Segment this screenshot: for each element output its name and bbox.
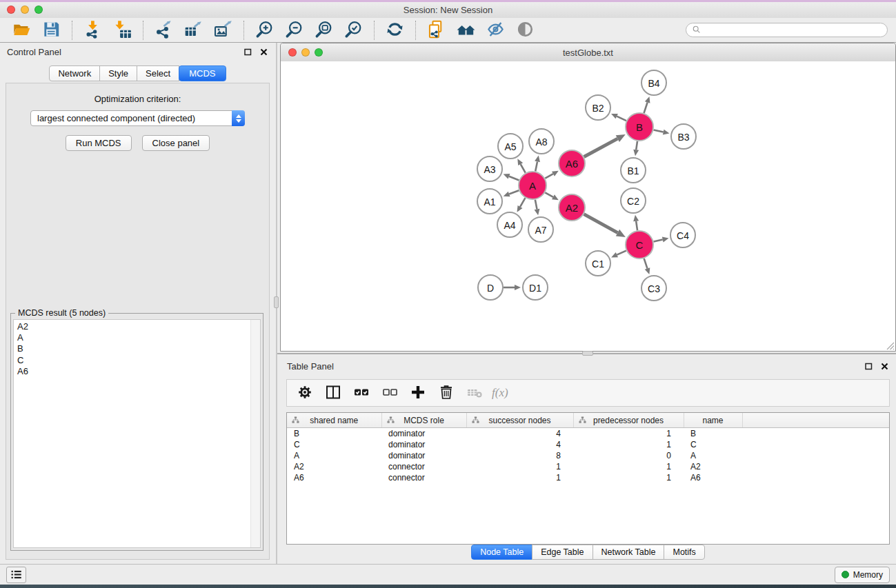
toggle-graphics-details-button[interactable]	[484, 19, 507, 41]
save-session-button[interactable]	[40, 19, 63, 41]
cell-shared-name[interactable]: A2	[287, 461, 381, 472]
export-table-button[interactable]	[182, 19, 205, 41]
close-table-panel-icon[interactable]	[880, 362, 889, 371]
graph-node-A1[interactable]: A1	[477, 189, 502, 214]
graph-edge-A-A5[interactable]	[517, 159, 525, 172]
scrollbar-track[interactable]	[250, 320, 260, 547]
cell-shared-name[interactable]: A	[287, 450, 381, 461]
graph-node-B2[interactable]: B2	[586, 95, 610, 120]
minimize-window-button[interactable]	[21, 6, 29, 14]
reset-view-button[interactable]	[455, 19, 477, 41]
search-box[interactable]	[686, 23, 888, 37]
tab-network[interactable]: Network	[49, 65, 100, 81]
run-mcds-button[interactable]: Run MCDS	[66, 135, 132, 151]
tab-style[interactable]: Style	[99, 65, 137, 81]
create-column-button[interactable]	[406, 382, 430, 404]
mcds-result-item[interactable]: A6	[17, 366, 257, 377]
titlebar[interactable]: Session: New Session	[0, 2, 896, 19]
unselect-all-columns-button[interactable]	[378, 382, 401, 404]
cell-shared-name[interactable]: A6	[287, 472, 381, 483]
graph-edge-A-A2[interactable]	[545, 192, 559, 200]
cell-mcds-role[interactable]: dominator	[381, 428, 466, 440]
table-row[interactable]: Adominator80A	[287, 450, 889, 461]
graph-node-B3[interactable]: B3	[671, 124, 696, 149]
cell-name[interactable]: C	[684, 439, 742, 450]
table-row[interactable]: Cdominator41C	[287, 439, 889, 450]
graph-node-A7[interactable]: A7	[528, 217, 553, 242]
graph-edge-C-C4[interactable]	[653, 237, 668, 243]
graph-edge-A-A4[interactable]	[517, 198, 526, 212]
graph-node-A2[interactable]: A2	[559, 194, 585, 221]
cell-predecessor-nodes[interactable]: 1	[573, 439, 684, 450]
graph-edge-A-A3[interactable]	[504, 174, 519, 180]
close-panel-icon[interactable]	[259, 48, 268, 57]
graph-node-A5[interactable]: A5	[498, 134, 523, 159]
export-network-button[interactable]	[152, 19, 175, 41]
graph-edge-C-C1[interactable]	[611, 251, 626, 258]
network-zoom-button[interactable]	[315, 48, 323, 57]
zoom-out-button[interactable]	[283, 19, 306, 41]
cell-name[interactable]: B	[684, 428, 742, 440]
cell-predecessor-nodes[interactable]: 1	[573, 461, 684, 472]
graph-edge-B-B4[interactable]	[644, 97, 650, 113]
graph-node-A[interactable]: A	[519, 172, 546, 199]
mcds-result-item[interactable]: C	[17, 355, 257, 366]
graph-node-C[interactable]: C	[626, 231, 653, 258]
graph-node-A4[interactable]: A4	[497, 212, 522, 237]
birds-eye-view-button[interactable]	[514, 19, 537, 41]
horizontal-split-handle[interactable]	[582, 351, 593, 356]
graph-edge-A6-B[interactable]	[584, 134, 626, 157]
memory-button[interactable]: Memory	[835, 567, 890, 583]
fullscreen-window-button[interactable]	[34, 6, 43, 14]
mcds-result-item[interactable]: B	[17, 343, 257, 354]
cell-predecessor-nodes[interactable]: 0	[573, 450, 684, 461]
graph-edge-B-B1[interactable]	[633, 141, 639, 156]
network-graph[interactable]: B4B2BB3A8A5A6A3B1AA1C2A2A4A7C4CC1C3DD1	[281, 61, 895, 351]
float-panel-icon[interactable]	[243, 48, 252, 57]
float-table-panel-icon[interactable]	[864, 362, 873, 371]
zoom-selected-button[interactable]	[342, 19, 365, 41]
graph-edge-A-A6[interactable]	[545, 171, 559, 179]
network-minimize-button[interactable]	[301, 48, 310, 57]
graph-node-C4[interactable]: C4	[670, 223, 695, 247]
column-header-successor-nodes[interactable]: successor nodes	[466, 413, 573, 428]
graph-node-A6[interactable]: A6	[559, 150, 585, 176]
tab-edge-table[interactable]: Edge Table	[532, 545, 593, 560]
cell-mcds-role[interactable]: connector	[381, 472, 466, 483]
cell-shared-name[interactable]: C	[287, 439, 381, 450]
toggle-panel-layout-button[interactable]	[321, 382, 345, 404]
import-table-button[interactable]	[111, 19, 134, 41]
graph-edge-C-C3[interactable]	[644, 258, 650, 274]
import-network-button[interactable]	[81, 19, 104, 41]
column-header-shared-name[interactable]: shared name	[287, 413, 381, 428]
column-header-mcds-role[interactable]: MCDS role	[381, 413, 466, 428]
cell-successor-nodes[interactable]: 4	[466, 428, 573, 440]
table-row[interactable]: A6connector11A6	[287, 472, 889, 483]
graph-node-B1[interactable]: B1	[621, 158, 646, 183]
column-header-name[interactable]: name	[684, 413, 742, 428]
mcds-result-item[interactable]: A	[17, 332, 257, 343]
cell-successor-nodes[interactable]: 4	[466, 439, 573, 450]
delete-columns-button[interactable]	[435, 382, 458, 404]
cell-successor-nodes[interactable]: 1	[466, 461, 573, 472]
apply-layout-button[interactable]	[384, 19, 406, 41]
vertical-split-handle[interactable]	[274, 296, 279, 308]
resize-grip[interactable]	[884, 340, 895, 350]
tab-node-table[interactable]: Node Table	[471, 545, 532, 560]
optimization-criterion-select[interactable]: largest connected component (directed)	[30, 110, 245, 126]
graph-node-B[interactable]: B	[626, 113, 653, 141]
network-canvas[interactable]: B4B2BB3A8A5A6A3B1AA1C2A2A4A7C4CC1C3DD1	[281, 61, 895, 351]
mcds-result-item[interactable]: A2	[17, 321, 257, 332]
graph-node-D1[interactable]: D1	[523, 275, 548, 300]
graph-node-D[interactable]: D	[478, 275, 503, 300]
graph-node-C3[interactable]: C3	[641, 276, 666, 301]
cell-successor-nodes[interactable]: 8	[466, 450, 573, 461]
cell-shared-name[interactable]: B	[287, 428, 381, 440]
cell-name[interactable]: A2	[684, 461, 742, 472]
graph-edge-B-B3[interactable]	[654, 130, 670, 135]
close-panel-button[interactable]: Close panel	[142, 135, 210, 151]
cell-name[interactable]: A	[684, 450, 742, 461]
graph-node-B4[interactable]: B4	[641, 70, 666, 95]
cell-successor-nodes[interactable]: 1	[466, 472, 573, 483]
cell-mcds-role[interactable]: connector	[381, 461, 466, 472]
